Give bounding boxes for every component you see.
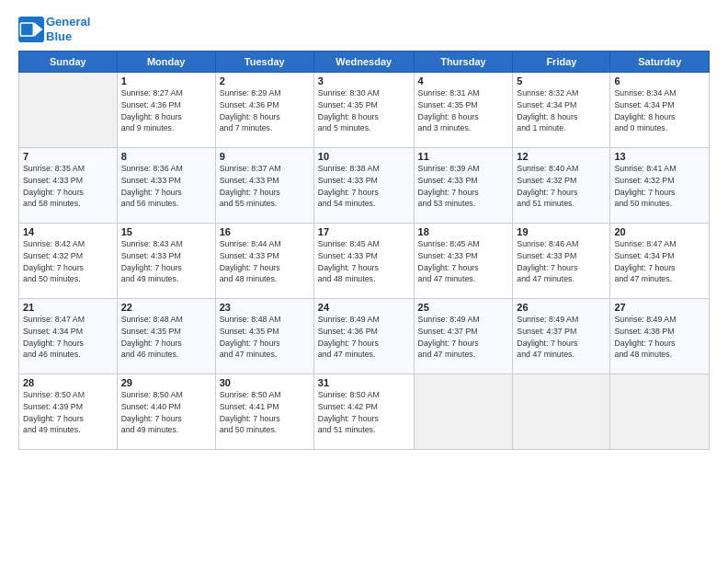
calendar-cell: 13Sunrise: 8:41 AM Sunset: 4:32 PM Dayli…	[610, 148, 710, 224]
calendar-cell: 8Sunrise: 8:36 AM Sunset: 4:33 PM Daylig…	[117, 148, 215, 224]
day-number: 1	[121, 75, 211, 86]
day-number: 14	[23, 226, 113, 237]
logo-text: General Blue	[46, 15, 90, 43]
day-info: Sunrise: 8:40 AM Sunset: 4:32 PM Dayligh…	[517, 163, 606, 210]
day-info: Sunrise: 8:45 AM Sunset: 4:33 PM Dayligh…	[418, 238, 509, 285]
calendar-cell: 18Sunrise: 8:45 AM Sunset: 4:33 PM Dayli…	[414, 224, 513, 299]
day-info: Sunrise: 8:37 AM Sunset: 4:33 PM Dayligh…	[220, 163, 310, 210]
day-info: Sunrise: 8:29 AM Sunset: 4:36 PM Dayligh…	[220, 87, 310, 134]
day-info: Sunrise: 8:48 AM Sunset: 4:35 PM Dayligh…	[220, 314, 310, 361]
day-number: 11	[418, 151, 509, 162]
day-info: Sunrise: 8:45 AM Sunset: 4:33 PM Dayligh…	[318, 238, 410, 285]
day-number: 6	[614, 75, 705, 86]
calendar-cell: 25Sunrise: 8:49 AM Sunset: 4:37 PM Dayli…	[414, 299, 513, 374]
day-number: 25	[418, 302, 509, 313]
day-info: Sunrise: 8:35 AM Sunset: 4:33 PM Dayligh…	[23, 163, 113, 210]
calendar-cell	[513, 374, 610, 450]
day-info: Sunrise: 8:47 AM Sunset: 4:34 PM Dayligh…	[614, 238, 705, 285]
day-info: Sunrise: 8:48 AM Sunset: 4:35 PM Dayligh…	[121, 314, 211, 361]
day-info: Sunrise: 8:39 AM Sunset: 4:33 PM Dayligh…	[418, 163, 509, 210]
day-number: 26	[517, 302, 606, 313]
day-number: 8	[121, 151, 211, 162]
calendar-cell: 16Sunrise: 8:44 AM Sunset: 4:33 PM Dayli…	[215, 224, 313, 299]
day-info: Sunrise: 8:50 AM Sunset: 4:42 PM Dayligh…	[318, 389, 410, 436]
calendar-cell: 27Sunrise: 8:49 AM Sunset: 4:38 PM Dayli…	[610, 299, 710, 374]
day-info: Sunrise: 8:49 AM Sunset: 4:37 PM Dayligh…	[418, 314, 509, 361]
day-info: Sunrise: 8:50 AM Sunset: 4:40 PM Dayligh…	[121, 389, 211, 436]
week-row-1: 1Sunrise: 8:27 AM Sunset: 4:36 PM Daylig…	[19, 73, 710, 148]
day-header-saturday: Saturday	[610, 52, 710, 73]
calendar-cell: 15Sunrise: 8:43 AM Sunset: 4:33 PM Dayli…	[117, 224, 215, 299]
day-info: Sunrise: 8:27 AM Sunset: 4:36 PM Dayligh…	[121, 87, 211, 134]
day-number: 15	[121, 226, 211, 237]
week-row-4: 21Sunrise: 8:47 AM Sunset: 4:34 PM Dayli…	[19, 299, 710, 374]
day-info: Sunrise: 8:41 AM Sunset: 4:32 PM Dayligh…	[614, 163, 705, 210]
calendar-cell: 22Sunrise: 8:48 AM Sunset: 4:35 PM Dayli…	[117, 299, 215, 374]
day-number: 19	[517, 226, 606, 237]
day-info: Sunrise: 8:38 AM Sunset: 4:33 PM Dayligh…	[318, 163, 410, 210]
calendar-cell: 24Sunrise: 8:49 AM Sunset: 4:36 PM Dayli…	[313, 299, 414, 374]
day-info: Sunrise: 8:31 AM Sunset: 4:35 PM Dayligh…	[418, 87, 509, 134]
calendar-header: SundayMondayTuesdayWednesdayThursdayFrid…	[19, 52, 710, 73]
calendar-table: SundayMondayTuesdayWednesdayThursdayFrid…	[18, 51, 710, 450]
day-number: 30	[220, 377, 310, 388]
svg-rect-3	[21, 23, 32, 34]
calendar-cell: 26Sunrise: 8:49 AM Sunset: 4:37 PM Dayli…	[513, 299, 610, 374]
calendar-cell	[414, 374, 513, 450]
day-number: 27	[614, 302, 705, 313]
calendar-cell: 11Sunrise: 8:39 AM Sunset: 4:33 PM Dayli…	[414, 148, 513, 224]
calendar-cell: 14Sunrise: 8:42 AM Sunset: 4:32 PM Dayli…	[19, 224, 118, 299]
day-number: 20	[614, 226, 705, 237]
day-number: 3	[318, 75, 410, 86]
day-number: 23	[220, 302, 310, 313]
calendar-cell: 1Sunrise: 8:27 AM Sunset: 4:36 PM Daylig…	[117, 73, 215, 148]
day-info: Sunrise: 8:32 AM Sunset: 4:34 PM Dayligh…	[517, 87, 606, 134]
calendar-cell	[19, 73, 118, 148]
calendar-cell: 21Sunrise: 8:47 AM Sunset: 4:34 PM Dayli…	[19, 299, 118, 374]
calendar-cell: 9Sunrise: 8:37 AM Sunset: 4:33 PM Daylig…	[215, 148, 313, 224]
header: General Blue	[18, 15, 710, 43]
day-number: 5	[517, 75, 606, 86]
day-header-tuesday: Tuesday	[215, 52, 313, 73]
day-number: 9	[220, 151, 310, 162]
day-header-monday: Monday	[117, 52, 215, 73]
day-info: Sunrise: 8:42 AM Sunset: 4:32 PM Dayligh…	[23, 238, 113, 285]
calendar-cell	[610, 374, 710, 450]
week-row-2: 7Sunrise: 8:35 AM Sunset: 4:33 PM Daylig…	[19, 148, 710, 224]
calendar-cell: 28Sunrise: 8:50 AM Sunset: 4:39 PM Dayli…	[19, 374, 118, 450]
day-header-row: SundayMondayTuesdayWednesdayThursdayFrid…	[19, 52, 710, 73]
day-number: 4	[418, 75, 509, 86]
day-number: 22	[121, 302, 211, 313]
day-info: Sunrise: 8:44 AM Sunset: 4:33 PM Dayligh…	[220, 238, 310, 285]
day-info: Sunrise: 8:49 AM Sunset: 4:38 PM Dayligh…	[614, 314, 705, 361]
day-number: 2	[220, 75, 310, 86]
day-number: 13	[614, 151, 705, 162]
calendar-cell: 2Sunrise: 8:29 AM Sunset: 4:36 PM Daylig…	[215, 73, 313, 148]
day-info: Sunrise: 8:43 AM Sunset: 4:33 PM Dayligh…	[121, 238, 211, 285]
logo: General Blue	[18, 15, 90, 43]
day-number: 24	[318, 302, 410, 313]
day-info: Sunrise: 8:47 AM Sunset: 4:34 PM Dayligh…	[23, 314, 113, 361]
day-number: 28	[23, 377, 113, 388]
calendar-body: 1Sunrise: 8:27 AM Sunset: 4:36 PM Daylig…	[19, 73, 710, 450]
day-number: 17	[318, 226, 410, 237]
calendar-cell: 10Sunrise: 8:38 AM Sunset: 4:33 PM Dayli…	[313, 148, 414, 224]
logo-icon	[18, 17, 44, 42]
day-header-friday: Friday	[513, 52, 610, 73]
day-number: 10	[318, 151, 410, 162]
calendar-cell: 12Sunrise: 8:40 AM Sunset: 4:32 PM Dayli…	[513, 148, 610, 224]
day-info: Sunrise: 8:34 AM Sunset: 4:34 PM Dayligh…	[614, 87, 705, 134]
calendar-cell: 4Sunrise: 8:31 AM Sunset: 4:35 PM Daylig…	[414, 73, 513, 148]
calendar-cell: 17Sunrise: 8:45 AM Sunset: 4:33 PM Dayli…	[313, 224, 414, 299]
day-number: 18	[418, 226, 509, 237]
week-row-5: 28Sunrise: 8:50 AM Sunset: 4:39 PM Dayli…	[19, 374, 710, 450]
calendar-cell: 23Sunrise: 8:48 AM Sunset: 4:35 PM Dayli…	[215, 299, 313, 374]
calendar-cell: 7Sunrise: 8:35 AM Sunset: 4:33 PM Daylig…	[19, 148, 118, 224]
day-number: 29	[121, 377, 211, 388]
day-info: Sunrise: 8:46 AM Sunset: 4:33 PM Dayligh…	[517, 238, 606, 285]
day-info: Sunrise: 8:50 AM Sunset: 4:39 PM Dayligh…	[23, 389, 113, 436]
calendar-cell: 5Sunrise: 8:32 AM Sunset: 4:34 PM Daylig…	[513, 73, 610, 148]
week-row-3: 14Sunrise: 8:42 AM Sunset: 4:32 PM Dayli…	[19, 224, 710, 299]
calendar-cell: 3Sunrise: 8:30 AM Sunset: 4:35 PM Daylig…	[313, 73, 414, 148]
day-number: 7	[23, 151, 113, 162]
